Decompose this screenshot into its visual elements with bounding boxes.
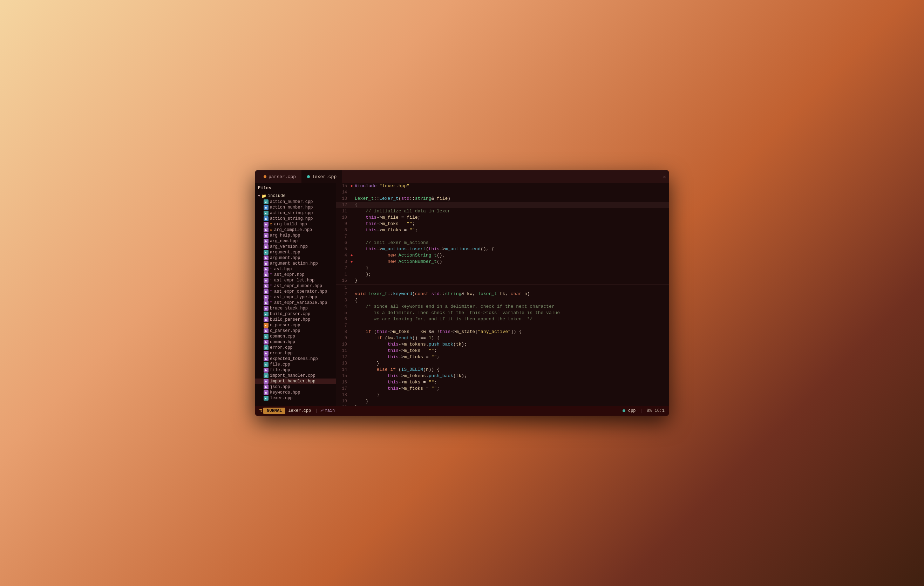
close-icon[interactable]: ✕ [663, 174, 666, 180]
file-icon-hpp: h [264, 357, 269, 362]
list-item[interactable]: h x arg_compile.hpp [255, 227, 336, 233]
list-item[interactable]: c file.cpp [255, 362, 336, 367]
pi-symbol: π [259, 408, 262, 413]
list-item[interactable]: h c_parser.hpp [255, 328, 336, 333]
list-item[interactable]: h common.hpp [255, 339, 336, 345]
file-icon-hpp: h [264, 222, 269, 227]
file-icon-hpp: h [264, 295, 269, 300]
list-item[interactable]: h * ast_expr.hpp [255, 272, 336, 277]
file-icon-hpp: h [264, 244, 269, 249]
code-line: 2 } [336, 265, 669, 271]
list-item[interactable]: h * ast_expr_type.hpp [255, 294, 336, 300]
list-item[interactable]: c common.cpp [255, 333, 336, 339]
folder-include[interactable]: ▼ 📁 include [255, 193, 336, 199]
git-marker: ● [350, 183, 353, 189]
file-icon-cpp: c [264, 200, 269, 204]
code-line: 14 [336, 189, 669, 196]
file-icon-hpp: h [264, 300, 269, 305]
list-item[interactable]: h argument_action.hpp [255, 261, 336, 266]
list-item[interactable]: c c_parser.cpp [255, 322, 336, 328]
folder-icon: 📁 [261, 194, 266, 198]
separator: | [640, 408, 642, 413]
file-icon-hpp: h [264, 289, 269, 294]
code-block-keyword: 1 2 void Lexer_t::keyword(const std::str… [336, 285, 669, 406]
file-icon-cpp: c [264, 396, 269, 401]
code-line: 4 ● new ActionString_t(), [336, 253, 669, 259]
list-item[interactable]: h * ast.hpp [255, 266, 336, 272]
list-item[interactable]: h brace_stack.hpp [255, 305, 336, 311]
code-line: 15 this->m_tokens.push_back(tk); [336, 373, 669, 379]
status-branch: main [325, 408, 335, 413]
list-item[interactable]: h action_number.hpp [255, 205, 336, 210]
modified-marker: * [270, 267, 272, 271]
list-item[interactable]: h arg_version.hpp [255, 244, 336, 249]
code-line: 7 [336, 233, 669, 240]
list-item[interactable]: h * ast_expr_operator.hpp [255, 289, 336, 294]
file-icon-cpp: c [264, 373, 269, 378]
modified-marker: x [270, 223, 272, 226]
code-line: 18 } [336, 392, 669, 398]
modified-marker: * [270, 273, 272, 277]
list-item[interactable]: c action_string.cpp [255, 210, 336, 216]
list-item[interactable]: h action_string.hpp [255, 216, 336, 221]
file-icon-cpp: c [264, 334, 269, 339]
list-item[interactable]: h x arg_build.hpp [255, 221, 336, 227]
code-line: 17 this->m_ftoks = ""; [336, 386, 669, 392]
file-icon-hpp: h [264, 239, 269, 244]
code-line: 14 else if (IS_DELIM(n)) { [336, 366, 669, 373]
list-item[interactable]: c import_handler.cpp [255, 373, 336, 378]
file-icon-hpp: h [264, 233, 269, 238]
list-item[interactable]: h file.hpp [255, 367, 336, 373]
code-line: 10 this->m_file = file; [336, 215, 669, 221]
file-icon-cpp: c [264, 362, 269, 367]
list-item[interactable]: h argument.hpp [255, 255, 336, 261]
tab-dot-parser [264, 175, 266, 178]
list-item[interactable]: h json.hpp [255, 384, 336, 390]
code-line: 20 } [336, 404, 669, 406]
branch-icon: ⎇ [319, 408, 324, 414]
code-line: 9 if (kw.length() == 1) { [336, 335, 669, 342]
code-line: 3 ● new ActionNumber_t() [336, 259, 669, 265]
editor-window: parser.cpp lexer.cpp ✕ Files ▼ 📁 include… [255, 170, 669, 416]
code-line: 1 [336, 285, 669, 291]
code-editor[interactable]: 15 ● #include "lexer.hpp" 14 13 Lexer_t:… [336, 183, 669, 406]
tab-lexer-label: lexer.cpp [312, 174, 337, 180]
list-item-active[interactable]: h import_handler.hpp [255, 378, 336, 384]
file-icon-hpp: h [264, 351, 269, 356]
list-item[interactable]: h * ast_expr_variable.hpp [255, 300, 336, 305]
list-item[interactable]: h keywords.hpp [255, 390, 336, 395]
list-item[interactable]: h * ast_expr_let.hpp [255, 277, 336, 283]
file-icon-cpp: c [264, 211, 269, 216]
modified-marker: * [270, 290, 272, 294]
modified-marker: * [270, 301, 272, 305]
code-line: 11 // initialize all data in lexer [336, 208, 669, 215]
code-line: 5 this->m_actions.insert(this->m_actions… [336, 246, 669, 253]
code-line: 8 this->m_ftoks = ""; [336, 227, 669, 233]
list-item[interactable]: c action_number.cpp [255, 199, 336, 205]
list-item[interactable]: h arg_new.hpp [255, 238, 336, 244]
file-icon-hpp: h [264, 379, 269, 384]
file-icon-hpp: h [264, 278, 269, 283]
list-item[interactable]: c lexer.cpp [255, 395, 336, 401]
list-item[interactable]: h * ast_expr_number.hpp [255, 283, 336, 289]
code-line: 4 /* since all keywords end in a delimit… [336, 304, 669, 310]
code-line: 9 this->m_toks = ""; [336, 221, 669, 227]
lang-dot-icon [622, 409, 625, 412]
list-item[interactable]: c error.cpp [255, 345, 336, 350]
code-line: 16 } [336, 277, 669, 284]
status-scroll-pct: 8% [647, 408, 652, 413]
tab-lexer[interactable]: lexer.cpp [302, 170, 342, 183]
folder-name: include [268, 193, 285, 198]
list-item[interactable]: h build_parser.hpp [255, 317, 336, 322]
list-item[interactable]: h expected_tokens.hpp [255, 356, 336, 362]
list-item[interactable]: c build_parser.cpp [255, 311, 336, 317]
list-item[interactable]: h error.hpp [255, 350, 336, 356]
file-icon-hpp: h [264, 385, 269, 390]
status-lang: cpp [628, 408, 636, 413]
list-item[interactable]: c argument.cpp [255, 249, 336, 255]
code-line: 8 if (this->m_toks == kw && !this->m_sta… [336, 329, 669, 335]
title-bar: parser.cpp lexer.cpp ✕ [255, 170, 669, 183]
list-item[interactable]: h arg_help.hpp [255, 233, 336, 238]
file-icon-hpp: h [264, 368, 269, 373]
tab-parser[interactable]: parser.cpp [258, 170, 302, 183]
